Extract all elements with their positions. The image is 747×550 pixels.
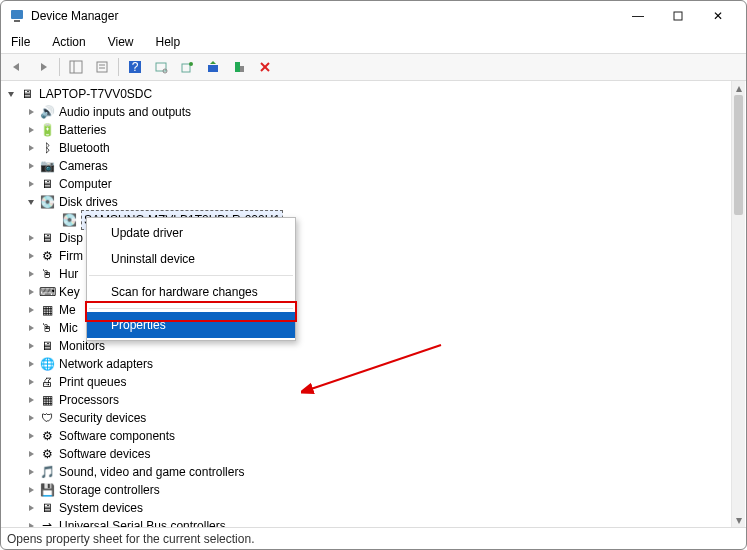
expand-icon[interactable] (25, 178, 37, 190)
scrollbar-thumb[interactable] (734, 95, 743, 215)
svg-rect-16 (240, 66, 244, 72)
expand-icon[interactable] (25, 484, 37, 496)
context-menu: Update driverUninstall deviceScan for ha… (86, 217, 296, 341)
svg-rect-1 (14, 20, 20, 22)
expand-icon[interactable] (25, 412, 37, 424)
category-node[interactable]: 🛡Security devices (3, 409, 744, 427)
expand-icon[interactable] (25, 286, 37, 298)
category-node[interactable]: ▦Processors (3, 391, 744, 409)
expand-icon[interactable] (25, 124, 37, 136)
uninstall-button[interactable] (227, 56, 251, 78)
update-driver-button[interactable] (201, 56, 225, 78)
category-node[interactable]: 🖨Print queues (3, 373, 744, 391)
menu-view[interactable]: View (104, 33, 138, 51)
expand-icon[interactable] (25, 358, 37, 370)
tree-item-label: Hur (59, 265, 78, 283)
category-node[interactable]: 💽Disk drives (3, 193, 744, 211)
back-button[interactable] (5, 56, 29, 78)
expand-icon[interactable] (25, 322, 37, 334)
category-node[interactable]: ⚙Software components (3, 427, 744, 445)
svg-rect-10 (156, 63, 166, 71)
context-menu-item[interactable]: Properties (87, 312, 295, 338)
menu-file[interactable]: File (7, 33, 34, 51)
titlebar: Device Manager — ✕ (1, 1, 746, 31)
properties-button[interactable] (90, 56, 114, 78)
expand-icon[interactable] (25, 376, 37, 388)
computer-icon: 🖥 (39, 176, 55, 192)
context-menu-item[interactable]: Update driver (87, 220, 295, 246)
tree-item-label: Mic (59, 319, 78, 337)
svg-text:?: ? (132, 60, 139, 74)
tree-item-label: Security devices (59, 409, 146, 427)
expand-icon[interactable] (25, 520, 37, 527)
system-icon: 🖥 (39, 500, 55, 516)
collapse-icon[interactable] (25, 196, 37, 208)
tree-item-label: Disk drives (59, 193, 118, 211)
collapse-icon[interactable] (5, 88, 17, 100)
tree-item-label: System devices (59, 499, 143, 517)
tree-item-label: Disp (59, 229, 83, 247)
tree-item-label: Print queues (59, 373, 126, 391)
toolbar-separator (59, 58, 60, 76)
expand-icon[interactable] (25, 430, 37, 442)
vertical-scrollbar[interactable]: ▴ ▾ (731, 81, 745, 527)
expand-icon[interactable] (25, 142, 37, 154)
show-hide-tree-button[interactable] (64, 56, 88, 78)
category-node[interactable]: 🖥System devices (3, 499, 744, 517)
category-node[interactable]: ⚙Software devices (3, 445, 744, 463)
category-node[interactable]: 📷Cameras (3, 157, 744, 175)
minimize-button[interactable]: — (618, 2, 658, 30)
category-node[interactable]: ᛒBluetooth (3, 139, 744, 157)
expand-icon[interactable] (25, 106, 37, 118)
firmware-icon: ⚙ (39, 248, 55, 264)
status-text: Opens property sheet for the current sel… (7, 532, 254, 546)
category-node[interactable]: 🔋Batteries (3, 121, 744, 139)
category-node[interactable]: 🖥Computer (3, 175, 744, 193)
context-menu-item[interactable]: Scan for hardware changes (87, 279, 295, 305)
context-menu-item[interactable]: Uninstall device (87, 246, 295, 272)
scroll-down-button[interactable]: ▾ (732, 513, 745, 527)
expand-icon[interactable] (25, 466, 37, 478)
expand-icon[interactable] (25, 232, 37, 244)
scroll-up-button[interactable]: ▴ (732, 81, 745, 95)
category-node[interactable]: 🌐Network adapters (3, 355, 744, 373)
add-legacy-button[interactable] (175, 56, 199, 78)
software-icon: ⚙ (39, 428, 55, 444)
memory-icon: ▦ (39, 302, 55, 318)
storage-icon: 💾 (39, 482, 55, 498)
close-button[interactable]: ✕ (698, 2, 738, 30)
expand-icon[interactable] (25, 340, 37, 352)
tree-item-label: Audio inputs and outputs (59, 103, 191, 121)
no-expand-icon (47, 214, 59, 226)
category-node[interactable]: 🎵Sound, video and game controllers (3, 463, 744, 481)
expand-icon[interactable] (25, 502, 37, 514)
keyboard-icon: ⌨ (39, 284, 55, 300)
category-node[interactable]: 💾Storage controllers (3, 481, 744, 499)
expand-icon[interactable] (25, 394, 37, 406)
tree-item-label: Firm (59, 247, 83, 265)
svg-rect-12 (182, 64, 190, 72)
forward-button[interactable] (31, 56, 55, 78)
expand-icon[interactable] (25, 160, 37, 172)
maximize-button[interactable] (658, 2, 698, 30)
context-menu-separator (89, 308, 293, 309)
expand-icon[interactable] (25, 448, 37, 460)
help-button[interactable]: ? (123, 56, 147, 78)
tree-item-label: Computer (59, 175, 112, 193)
menu-help[interactable]: Help (152, 33, 185, 51)
scan-button[interactable] (149, 56, 173, 78)
category-node[interactable]: 🔊Audio inputs and outputs (3, 103, 744, 121)
expand-icon[interactable] (25, 250, 37, 262)
menu-action[interactable]: Action (48, 33, 89, 51)
tree-item-label: Sound, video and game controllers (59, 463, 244, 481)
tree-item-label: Network adapters (59, 355, 153, 373)
expand-icon[interactable] (25, 268, 37, 280)
tree-item-label: Cameras (59, 157, 108, 175)
menu-bar: File Action View Help (1, 31, 746, 53)
disable-button[interactable] (253, 56, 277, 78)
expand-icon[interactable] (25, 304, 37, 316)
bluetooth-icon: ᛒ (39, 140, 55, 156)
category-node[interactable]: ⇌Universal Serial Bus controllers (3, 517, 744, 527)
svg-rect-5 (97, 62, 107, 72)
root-node[interactable]: 🖥LAPTOP-T7VV0SDC (3, 85, 744, 103)
